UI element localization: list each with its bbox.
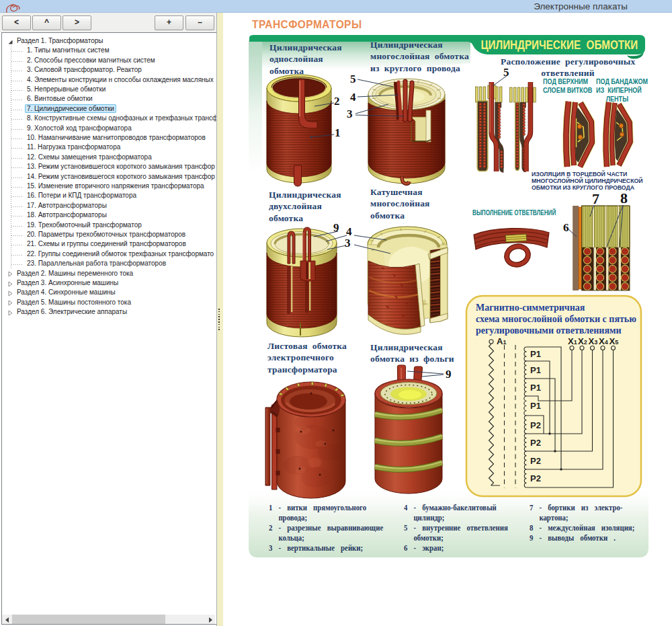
svg-text:6: 6	[563, 221, 569, 234]
svg-text:3: 3	[345, 237, 351, 249]
svg-text:8: 8	[620, 190, 628, 206]
svg-text:9: 9	[446, 368, 452, 381]
svg-text:1: 1	[335, 126, 341, 139]
svg-text:5: 5	[350, 73, 356, 85]
svg-text:3: 3	[347, 108, 353, 120]
svg-text:4: 4	[350, 91, 356, 104]
svg-text:7: 7	[592, 190, 599, 207]
svg-text:2: 2	[334, 95, 340, 108]
